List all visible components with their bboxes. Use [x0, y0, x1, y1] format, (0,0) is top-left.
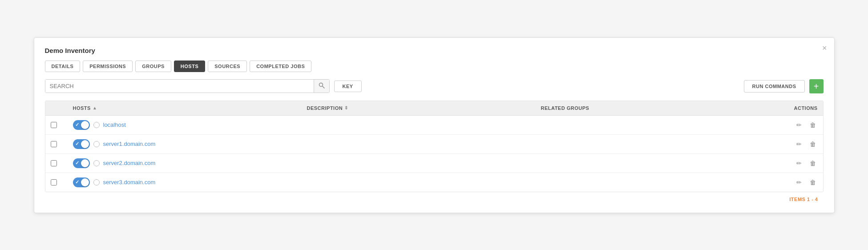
table-row: ✓ server1.domain.com ✏ 🗑 — [45, 135, 823, 154]
col-related-groups: RELATED GROUPS — [536, 101, 770, 115]
row2-toggle[interactable]: ✓ — [73, 139, 90, 149]
row1-edit-icon[interactable]: ✏ — [795, 121, 803, 129]
row3-host-link[interactable]: server2.domain.com — [103, 160, 156, 166]
row4-checkbox[interactable] — [51, 179, 57, 185]
modal-title: Demo Inventory — [45, 47, 824, 54]
row4-delete-icon[interactable]: 🗑 — [808, 178, 818, 187]
row4-groups-cell — [536, 178, 770, 187]
toolbar: KEY RUN COMMANDS + — [45, 79, 824, 93]
row4-host-link[interactable]: server3.domain.com — [103, 179, 156, 185]
svg-line-1 — [322, 86, 324, 89]
row1-toggle-check: ✓ — [75, 122, 79, 128]
row4-toggle[interactable]: ✓ — [73, 177, 90, 187]
row4-toggle-knob — [81, 178, 89, 186]
row2-checkbox[interactable] — [51, 141, 57, 147]
hosts-sort-icon[interactable]: ▲ — [93, 105, 97, 110]
row3-checkbox-cell — [45, 156, 68, 171]
row1-toggle-knob — [81, 121, 89, 129]
col-actions: ACTIONS — [770, 101, 823, 115]
tab-hosts[interactable]: HOSTS — [174, 60, 205, 72]
row2-actions-cell: ✏ 🗑 — [770, 135, 823, 153]
tab-permissions[interactable]: PERMISSIONS — [83, 60, 133, 72]
row2-delete-icon[interactable]: 🗑 — [808, 140, 818, 149]
col-checkbox — [45, 101, 68, 115]
row2-checkbox-cell — [45, 137, 68, 152]
row4-edit-icon[interactable]: ✏ — [795, 178, 803, 187]
row4-toggle-check: ✓ — [75, 179, 79, 185]
row1-host-link[interactable]: localhost — [103, 121, 126, 128]
inventory-modal: × Demo Inventory DETAILS PERMISSIONS GRO… — [34, 37, 835, 213]
row3-checkbox[interactable] — [51, 160, 57, 166]
row3-actions-cell: ✏ 🗑 — [770, 154, 823, 172]
tab-details[interactable]: DETAILS — [45, 60, 81, 72]
row4-host-cell: ✓ server3.domain.com — [68, 173, 302, 192]
row3-radio[interactable] — [93, 160, 100, 166]
description-sort-icon[interactable]: ⇕ — [344, 105, 348, 110]
row2-host-link[interactable]: server1.domain.com — [103, 141, 156, 147]
row2-groups-cell — [536, 140, 770, 149]
table-row: ✓ server3.domain.com ✏ 🗑 — [45, 173, 823, 192]
row4-checkbox-cell — [45, 175, 68, 190]
row1-checkbox[interactable] — [51, 122, 57, 128]
key-button[interactable]: KEY — [334, 81, 362, 92]
row3-edit-icon[interactable]: ✏ — [795, 159, 803, 168]
search-button[interactable] — [314, 80, 329, 93]
search-icon — [319, 82, 325, 89]
items-count: ITEMS 1 - 4 — [789, 197, 818, 202]
row1-description-cell — [302, 121, 536, 129]
row4-description-cell — [302, 178, 536, 187]
row2-edit-icon[interactable]: ✏ — [795, 140, 803, 149]
tab-sources[interactable]: SOURCES — [208, 60, 247, 72]
run-commands-button[interactable]: RUN COMMANDS — [744, 80, 805, 93]
row1-radio[interactable] — [93, 122, 100, 128]
row3-description-cell — [302, 159, 536, 168]
tab-groups[interactable]: GROUPS — [135, 60, 171, 72]
row1-host-cell: ✓ localhost — [68, 116, 302, 134]
row3-host-cell: ✓ server2.domain.com — [68, 154, 302, 173]
table-row: ✓ localhost ✏ 🗑 — [45, 116, 823, 135]
row3-toggle-check: ✓ — [75, 160, 79, 166]
row3-toggle-knob — [81, 159, 89, 167]
tab-completed-jobs[interactable]: COMPLETED JOBS — [250, 60, 311, 72]
pagination-footer: ITEMS 1 - 4 — [45, 192, 824, 202]
tabs-container: DETAILS PERMISSIONS GROUPS HOSTS SOURCES… — [45, 60, 824, 72]
col-description: DESCRIPTION ⇕ — [302, 101, 536, 115]
row1-checkbox-cell — [45, 117, 68, 133]
row1-groups-cell — [536, 121, 770, 129]
row2-description-cell — [302, 140, 536, 149]
add-host-button[interactable]: + — [809, 79, 824, 93]
row3-delete-icon[interactable]: 🗑 — [808, 159, 818, 168]
row3-groups-cell — [536, 159, 770, 168]
row1-toggle[interactable]: ✓ — [73, 120, 90, 130]
row4-actions-cell: ✏ 🗑 — [770, 173, 823, 191]
row2-host-cell: ✓ server1.domain.com — [68, 135, 302, 153]
table-row: ✓ server2.domain.com ✏ 🗑 — [45, 154, 823, 173]
row2-radio[interactable] — [93, 141, 100, 147]
row4-radio[interactable] — [93, 179, 100, 185]
row2-toggle-knob — [81, 140, 89, 148]
row1-delete-icon[interactable]: 🗑 — [808, 121, 818, 129]
row3-toggle[interactable]: ✓ — [73, 158, 90, 168]
row1-actions-cell: ✏ 🗑 — [770, 116, 823, 134]
search-container — [45, 79, 330, 93]
col-hosts: HOSTS ▲ — [68, 101, 302, 115]
row2-toggle-check: ✓ — [75, 141, 79, 147]
hosts-table: HOSTS ▲ DESCRIPTION ⇕ RELATED GROUPS ACT… — [45, 101, 824, 192]
table-header: HOSTS ▲ DESCRIPTION ⇕ RELATED GROUPS ACT… — [45, 101, 823, 116]
modal-close-button[interactable]: × — [822, 44, 827, 52]
search-input[interactable] — [45, 80, 314, 93]
